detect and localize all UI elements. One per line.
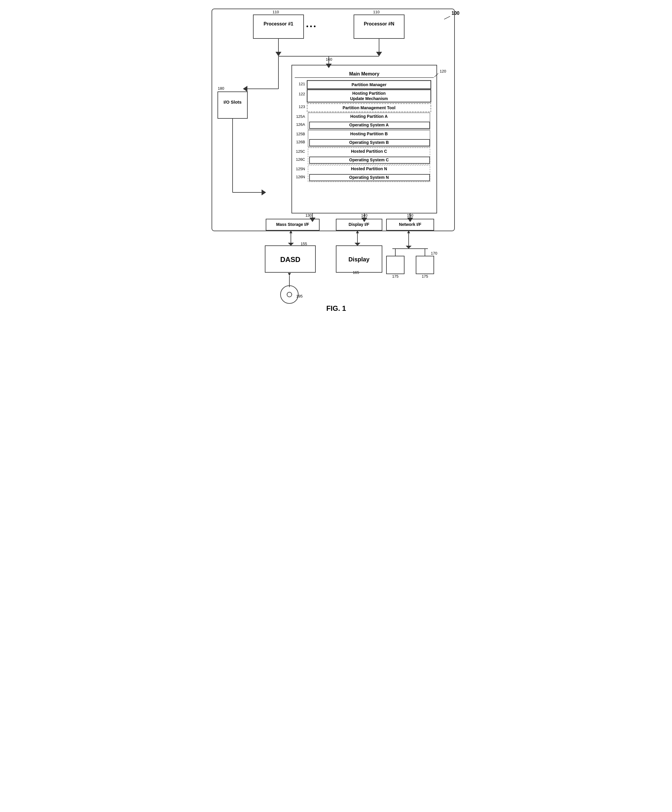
procN-arrow-head — [376, 52, 382, 56]
io-slots-box — [218, 92, 247, 118]
network-if-ref-label: 150 — [407, 213, 413, 218]
hosting-update-label2: Update Mechanism — [350, 96, 388, 101]
os-a-label: Operating System A — [349, 123, 388, 127]
dasd-to-disk-head — [288, 273, 291, 276]
proc1-arrow-head — [276, 52, 281, 56]
partition-tool-label: Partition Management Tool — [342, 106, 395, 110]
partition-manager-label: Partition Manager — [351, 82, 386, 87]
proc1-ref: 110 — [272, 10, 279, 14]
display-if-ref-label: 140 — [361, 213, 367, 218]
ref-122: 122 — [299, 92, 305, 96]
node-right-box — [416, 256, 434, 274]
node-left-ref: 175 — [392, 274, 398, 278]
ref-126a: 126A — [296, 122, 305, 127]
hosting-partition-b-label: Hosting Partition B — [350, 131, 388, 136]
io-ref: 180 — [218, 86, 224, 90]
dasd-ref: 155 — [301, 242, 307, 246]
mem-to-display-head — [361, 218, 367, 222]
hosted-partition-c-label: Hosted Partition C — [350, 149, 387, 154]
io-slots-label: I/O Slots — [223, 99, 242, 104]
ref-125n: 125N — [296, 167, 305, 171]
storage-down-head — [288, 243, 294, 246]
display-label: Display — [348, 256, 369, 263]
processor1-label: Processor #1 — [264, 21, 293, 26]
ref-125c: 125C — [296, 149, 305, 154]
ref-126n: 126N — [296, 175, 305, 179]
system-ref: 100 — [452, 11, 459, 16]
network-if-label: Network I/F — [399, 222, 421, 227]
net-down-head — [406, 246, 412, 249]
ref-125b: 125B — [296, 132, 305, 136]
disk-circle-outer — [281, 286, 298, 304]
fig-label: FIG. 1 — [326, 304, 346, 312]
ref-126b: 126B — [296, 140, 305, 144]
processorN-label: Processor #N — [364, 21, 394, 26]
os-c-label: Operating System C — [349, 157, 389, 162]
main-diagram: 100 Processor #1 110 • • • Processor #N … — [209, 6, 463, 320]
os-n-label: Operating System N — [349, 175, 389, 180]
display-if-label: Display I/F — [348, 222, 369, 227]
mem-to-network-head — [407, 218, 413, 222]
diagram-container: 100 Processor #1 110 • • • Processor #N … — [209, 6, 463, 321]
hosted-partition-n-label: Hosted Partition N — [350, 166, 387, 171]
disk-circle-inner — [287, 292, 292, 297]
ref-126c: 126C — [296, 157, 305, 162]
processor1-box — [253, 15, 304, 39]
bus-to-io-head — [243, 86, 247, 92]
system-box — [212, 9, 454, 231]
dots: • • • — [306, 23, 315, 30]
disp-down-head — [354, 243, 361, 246]
memory-ref: 120 — [440, 69, 446, 73]
os-b-label: Operating System B — [349, 140, 389, 145]
ref-125a: 125A — [296, 114, 305, 119]
mem-to-storage-head — [310, 218, 315, 222]
display-ref: 165 — [353, 270, 359, 275]
node-right-ref: 175 — [422, 274, 428, 278]
hosting-update-label1: Hosting Partition — [352, 91, 386, 96]
io-down-head — [262, 189, 266, 195]
ref-arrow-120 — [434, 73, 438, 77]
bus-to-mem-head — [326, 64, 332, 68]
main-memory-label: Main Memory — [349, 72, 379, 77]
processorN-box — [354, 15, 404, 39]
node-left-box — [386, 256, 404, 274]
procN-ref: 110 — [373, 10, 379, 14]
ref-123: 123 — [299, 104, 305, 109]
hosting-partition-a-label: Hosting Partition A — [350, 114, 387, 119]
ref-121: 121 — [299, 82, 305, 86]
net-nodes-ref: 170 — [431, 251, 437, 256]
storage-ref-label: 130 — [305, 213, 312, 218]
ref-arrow-100 — [444, 16, 450, 19]
mass-storage-label: Mass Storage I/F — [276, 222, 309, 227]
disk-ref: 195 — [296, 294, 303, 299]
dasd-label: DASD — [280, 256, 300, 263]
